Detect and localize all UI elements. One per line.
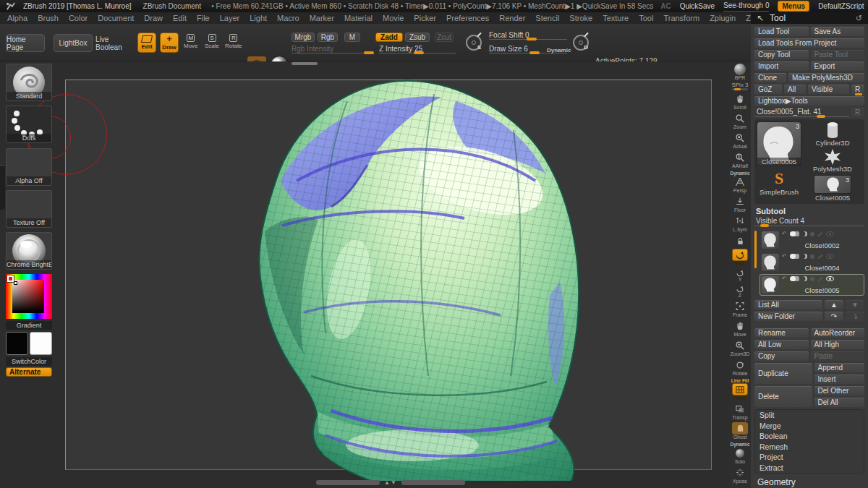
main-color-swatch[interactable] bbox=[6, 332, 28, 355]
import-button[interactable]: Import bbox=[754, 61, 809, 71]
focal-shift-slider[interactable]: Focal Shift 0 bbox=[489, 31, 567, 40]
left-tray-grip[interactable] bbox=[0, 165, 5, 210]
all-high-button[interactable]: All High bbox=[811, 340, 865, 349]
flat-r-button[interactable]: R bbox=[851, 108, 864, 117]
divider-bar-right[interactable] bbox=[401, 480, 465, 485]
subtool-drag-icon[interactable]: ↶ bbox=[782, 231, 787, 237]
focal-shift-dial[interactable]: S bbox=[466, 35, 482, 51]
append-button[interactable]: Append bbox=[814, 363, 865, 372]
boolean-button[interactable]: Boolean bbox=[755, 431, 864, 442]
list-all-button[interactable]: List All bbox=[754, 300, 822, 309]
ghost-button[interactable]: Ghost bbox=[732, 422, 748, 440]
make-polymesh3d-button[interactable]: Make PolyMesh3D bbox=[788, 73, 864, 82]
visible-count-slider[interactable]: Visible Count 4 bbox=[754, 217, 864, 226]
goz-all-button[interactable]: All bbox=[784, 85, 806, 94]
material-tile[interactable]: Chrome BrightBl bbox=[6, 232, 52, 270]
visibility-eye-icon[interactable] bbox=[826, 254, 834, 259]
menu-item-brush[interactable]: Brush bbox=[38, 14, 59, 22]
clone-button[interactable]: Clone bbox=[754, 73, 786, 82]
close0005-tool[interactable]: 3 Close!0005 bbox=[803, 175, 862, 202]
menu-item-picker[interactable]: Picker bbox=[414, 14, 436, 22]
panel-reset-icon[interactable]: ↺ bbox=[856, 14, 862, 23]
actual-button[interactable]: Actual bbox=[732, 132, 748, 149]
menu-item-zplugin[interactable]: Zplugin bbox=[710, 14, 736, 22]
flat-slider-handle[interactable] bbox=[817, 115, 825, 118]
draw-size-handle[interactable] bbox=[529, 51, 540, 54]
menu-item-alpha[interactable]: Alpha bbox=[7, 14, 27, 22]
rename-button[interactable]: Rename bbox=[754, 328, 809, 338]
visible-count-handle[interactable] bbox=[760, 224, 769, 227]
save-as-button[interactable]: Save As bbox=[811, 27, 865, 36]
divider-bar-left[interactable] bbox=[316, 480, 380, 485]
live-boolean-button[interactable]: Live Boolean bbox=[95, 34, 132, 52]
persp-button[interactable]: Dynamic Persp bbox=[730, 171, 749, 193]
pen-toggle-icon[interactable] bbox=[817, 254, 822, 259]
current-brush-tile[interactable]: Standard bbox=[6, 64, 52, 101]
menu-item-color[interactable]: Color bbox=[69, 14, 88, 22]
autoreorder-button[interactable]: AutoReorder bbox=[811, 328, 865, 338]
menu-item-texture[interactable]: Texture bbox=[603, 14, 629, 22]
frame-button[interactable]: Frame bbox=[732, 300, 748, 317]
canvas-bottom-divider[interactable]: ▲▼ bbox=[316, 479, 465, 486]
zoom-button[interactable]: Zoom bbox=[732, 112, 748, 129]
spix-slider[interactable]: SPix 3 bbox=[731, 82, 748, 90]
scale-button[interactable]: S Scale bbox=[205, 34, 219, 49]
menu-item-material[interactable]: Material bbox=[344, 14, 373, 22]
canvas-hscrollbar[interactable] bbox=[292, 62, 318, 65]
m-toggle[interactable]: M bbox=[344, 33, 360, 42]
current-stroke-tile[interactable]: Dots bbox=[6, 106, 52, 143]
switchcolor-label[interactable]: SwitchColor bbox=[6, 357, 52, 366]
home-page-button[interactable]: Home Page bbox=[6, 34, 45, 52]
geometry-section-header[interactable]: Geometry bbox=[757, 477, 864, 487]
color-picker[interactable] bbox=[6, 274, 52, 319]
local-symmetry-button[interactable]: L.Sym bbox=[732, 215, 748, 232]
texture-tile[interactable]: Texture Off bbox=[6, 190, 52, 228]
remesh-button[interactable]: Remesh bbox=[755, 442, 864, 453]
menu-item-transform[interactable]: Transform bbox=[663, 14, 699, 22]
secondary-color-swatch[interactable] bbox=[30, 332, 52, 355]
menu-item-stroke[interactable]: Stroke bbox=[569, 14, 592, 22]
subtool-section-title[interactable]: Subtool bbox=[756, 207, 864, 215]
extract-button[interactable]: Extract bbox=[755, 463, 864, 474]
subtool-row[interactable]: ↶ Close!0002 bbox=[760, 229, 864, 251]
defaultzscript-button[interactable]: DefaultZScript bbox=[818, 2, 864, 10]
sphere-toggle-icon[interactable] bbox=[810, 277, 814, 281]
zoom3d-button[interactable]: Zoom3D bbox=[731, 339, 750, 356]
paste-tool-button[interactable]: Paste Tool bbox=[811, 50, 865, 59]
goz-visible-button[interactable]: Visible bbox=[808, 85, 849, 94]
rotate-nav-button[interactable]: Rotate bbox=[732, 359, 748, 376]
draw-button[interactable]: + Draw bbox=[160, 33, 179, 53]
menu-item-preferences[interactable]: Preferences bbox=[446, 14, 489, 22]
menu-item-file[interactable]: File bbox=[197, 14, 210, 22]
active-tool-thumbnail[interactable]: 3 Close!0005 bbox=[757, 121, 801, 166]
floor-button[interactable]: Floor bbox=[732, 195, 748, 213]
bpr-button[interactable]: BPR bbox=[732, 63, 748, 80]
alternate-button[interactable]: Alternate bbox=[6, 367, 52, 377]
subtool-drag-icon[interactable]: ↶ bbox=[782, 276, 787, 282]
load-tools-from-project-button[interactable]: Load Tools From Project bbox=[754, 38, 864, 48]
quicksave-button[interactable]: QuickSave bbox=[680, 2, 715, 10]
move-down-button[interactable]: ▼ bbox=[846, 300, 864, 309]
rotate-y-button[interactable]: Y bbox=[732, 268, 748, 282]
lightbox-tools-button[interactable]: Lightbox▶Tools bbox=[754, 96, 864, 106]
divider-arrows-icon[interactable]: ▲▼ bbox=[384, 479, 397, 486]
polypaint-toggle-icon[interactable] bbox=[790, 276, 799, 281]
subtool-drag-icon[interactable]: ↶ bbox=[782, 254, 787, 260]
new-folder-button[interactable]: New Folder bbox=[754, 312, 822, 321]
insert-button[interactable]: Insert bbox=[814, 374, 865, 384]
polypaint-toggle-icon[interactable] bbox=[790, 254, 799, 259]
mrgb-toggle[interactable]: Mrgb bbox=[292, 33, 315, 42]
menu-item-layer[interactable]: Layer bbox=[220, 14, 240, 22]
rgb-toggle[interactable]: Rgb bbox=[318, 33, 338, 42]
menu-item-marker[interactable]: Marker bbox=[310, 14, 334, 22]
aahalf-button[interactable]: AAHalf bbox=[732, 151, 748, 168]
spix-handle[interactable] bbox=[734, 88, 741, 90]
move-nav-button[interactable]: Move bbox=[732, 320, 748, 337]
pen-toggle-icon[interactable] bbox=[817, 231, 822, 236]
rgb-intensity-handle[interactable] bbox=[364, 51, 374, 54]
menu-item-document[interactable]: Document bbox=[98, 14, 134, 22]
move-button[interactable]: M Move bbox=[184, 34, 198, 49]
polypaint-toggle-icon[interactable] bbox=[790, 231, 799, 236]
menu-item-edit[interactable]: Edit bbox=[173, 14, 187, 22]
flat-intensity-slider[interactable]: Close!0005_Flat. 41 bbox=[754, 108, 849, 117]
